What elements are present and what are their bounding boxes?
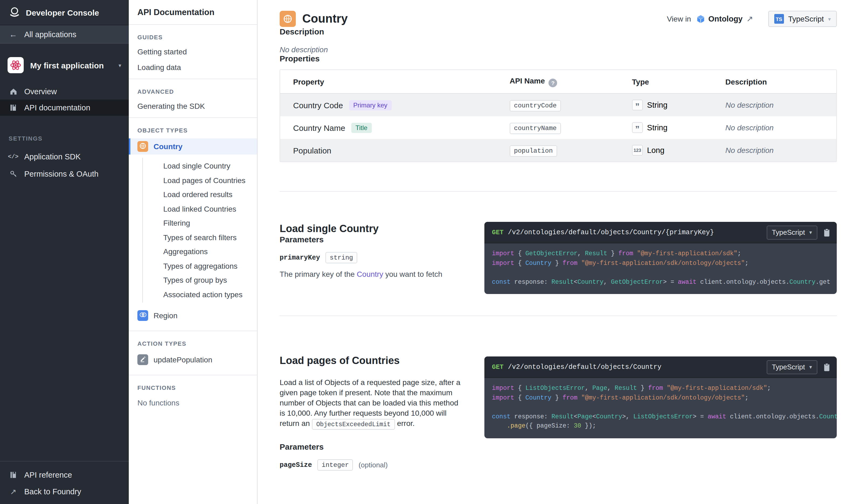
- doc-nav-sub-load-ordered-results[interactable]: Load ordered results: [163, 187, 257, 202]
- http-method-label: GET: [492, 363, 504, 371]
- footer-item-label: Back to Foundry: [24, 487, 81, 496]
- doc-nav-link-getting-started[interactable]: Getting started: [129, 47, 257, 56]
- settings-item-permissions-oauth[interactable]: Permissions & OAuth: [0, 165, 129, 183]
- endpoint-path: /v2/ontologies/default/objects/Country: [508, 363, 661, 371]
- chevron-down-icon: ▾: [809, 229, 812, 235]
- description-heading: Description: [279, 27, 837, 36]
- type-label: String: [647, 101, 668, 109]
- parameter-name: pageSize: [279, 461, 312, 469]
- doc-nav-sections: GUIDESGetting startedLoading dataADVANCE…: [129, 34, 257, 414]
- column-header-api-name: API Name?: [504, 70, 627, 94]
- developer-console-logo-icon: [9, 6, 20, 19]
- external-icon: ↗: [9, 487, 18, 496]
- doc-nav-link-loading-data[interactable]: Loading data: [129, 63, 257, 72]
- sidebar-item-api-documentation[interactable]: API documentation: [0, 100, 129, 116]
- type-cell: 123Long: [632, 139, 715, 162]
- code-block-header: GET/v2/ontologies/default/objects/Countr…: [484, 222, 837, 243]
- doc-nav-sub-load-linked-countries[interactable]: Load linked Countries: [163, 202, 257, 216]
- type-label: String: [647, 123, 668, 132]
- http-method-label: GET: [492, 228, 504, 236]
- doc-nav-sub-aggregations[interactable]: Aggregations: [163, 244, 257, 259]
- api-name-cell: countryCode: [504, 94, 627, 116]
- column-header-label: Description: [725, 77, 767, 86]
- doc-nav-sub-filtering[interactable]: Filtering: [163, 216, 257, 230]
- help-icon[interactable]: ?: [549, 78, 557, 87]
- code-language-label: TypeScript: [772, 228, 805, 236]
- doc-nav-section-object-types: OBJECT TYPESCountryLoad single CountryLo…: [129, 127, 257, 331]
- doc-nav-sub-types-of-search-filters[interactable]: Types of search filters: [163, 230, 257, 244]
- settings-item-application-sdk[interactable]: </>Application SDK: [0, 148, 129, 165]
- code-icon: </>: [9, 153, 18, 160]
- doc-nav-sub-load-pages-of-countries[interactable]: Load pages of Countries: [163, 173, 257, 187]
- doc-nav-section-advanced: ADVANCEDGenerating the SDK: [129, 88, 257, 118]
- footer-item-api-reference[interactable]: API reference: [0, 466, 129, 483]
- chevron-down-icon: ▾: [828, 16, 831, 22]
- copy-code-button[interactable]: [823, 363, 830, 371]
- section-code-column: GET/v2/ontologies/default/objects/Countr…: [484, 316, 837, 471]
- all-applications-link[interactable]: ← All applications: [0, 25, 129, 44]
- doc-nav-sub-types-of-group-bys[interactable]: Types of group bys: [163, 273, 257, 287]
- property-name: Country Name: [293, 123, 345, 132]
- code-language-select[interactable]: TypeScript▾: [766, 360, 817, 374]
- code-line: import { Country } from "@my-first-appli…: [492, 258, 837, 268]
- section-heading: Load pages of Countries: [279, 355, 463, 367]
- copy-code-button[interactable]: [823, 228, 830, 237]
- parameter-description-text-after: you want to fetch: [383, 270, 442, 278]
- api-name-chip: countryCode: [510, 100, 561, 111]
- table-row: Populationpopulation123LongNo descriptio…: [280, 139, 836, 162]
- column-header-label: API Name: [510, 76, 545, 85]
- column-header-type: Type: [627, 70, 720, 94]
- doc-nav-sidebar: API Documentation GUIDESGetting startedL…: [129, 0, 258, 504]
- type-cell-td: ”String: [627, 116, 720, 139]
- object-label: updatePopulation: [153, 355, 212, 364]
- type-cell-td: ”String: [627, 94, 720, 116]
- section-text-column: Load pages of CountriesLoad a list of Ob…: [279, 316, 463, 471]
- typescript-logo-icon: TS: [774, 14, 784, 24]
- property-cell: Country CodePrimary key: [280, 94, 504, 116]
- code-language-select[interactable]: TypeScript▾: [766, 225, 817, 239]
- chevron-down-icon[interactable]: ▾: [119, 62, 121, 68]
- book-icon: [9, 470, 18, 479]
- doc-nav-section-action-types: ACTION TYPESupdatePopulation: [129, 340, 257, 375]
- section-intro: Load a list of Objects of a requested pa…: [279, 377, 463, 429]
- number-type-icon: 123: [632, 145, 643, 156]
- app-header: Developer Console: [0, 0, 129, 25]
- view-in-label: View in: [667, 15, 691, 23]
- column-header-label: Type: [632, 77, 649, 86]
- main-content: Country View in Ontology ↗ TS TypeScript…: [258, 0, 861, 504]
- footer-item-back-to-foundry[interactable]: ↗Back to Foundry: [0, 483, 129, 500]
- type-cell: ”String: [632, 116, 715, 139]
- property-cell: Country NameTitle: [280, 116, 504, 139]
- view-in-ontology-link[interactable]: View in Ontology ↗: [667, 14, 753, 24]
- parameter-row: primaryKeystring: [279, 252, 463, 263]
- table-row: Country NameTitlecountryName”StringNo de…: [280, 116, 836, 139]
- error-code-chip: ObjectsExceededLimit: [312, 419, 395, 430]
- application-switcher[interactable]: My first application ▾: [0, 53, 129, 77]
- object-label: Region: [153, 311, 178, 320]
- sidebar-item-label: Overview: [24, 87, 57, 96]
- doc-nav-sub-load-single-country[interactable]: Load single Country: [163, 159, 257, 173]
- doc-nav-link-generating-the-sdk[interactable]: Generating the SDK: [129, 102, 257, 110]
- doc-nav-object-updatepopulation[interactable]: updatePopulation: [129, 352, 257, 368]
- language-select-button[interactable]: TS TypeScript ▾: [768, 11, 837, 27]
- sidebar-item-overview[interactable]: Overview: [0, 83, 129, 100]
- footer-item-label: API reference: [24, 470, 72, 479]
- doc-nav-object-region[interactable]: Region: [129, 307, 257, 324]
- section-code-column: GET/v2/ontologies/default/objects/Countr…: [484, 192, 837, 294]
- doc-nav-sub-associated-action-types[interactable]: Associated action types: [163, 287, 257, 302]
- settings-item-label: Permissions & OAuth: [24, 170, 99, 178]
- column-header-property: Property: [280, 70, 504, 94]
- book-icon: [9, 103, 18, 112]
- all-applications-label: All applications: [24, 30, 76, 39]
- doc-nav-object-country[interactable]: Country: [129, 138, 257, 155]
- api-name-chip: population: [510, 145, 557, 157]
- api-name-cell: population: [504, 139, 627, 162]
- doc-nav-empty-label: No functions: [129, 398, 257, 407]
- code-line: [492, 268, 837, 277]
- doc-nav-sub-types-of-aggregations[interactable]: Types of aggregations: [163, 259, 257, 273]
- code-line: import { Country } from "@my-first-appli…: [492, 393, 837, 402]
- doc-nav-section-header: OBJECT TYPES: [137, 127, 248, 134]
- table-row: Country CodePrimary keycountryCode”Strin…: [280, 94, 836, 116]
- country-link[interactable]: Country: [357, 270, 383, 278]
- endpoint-section-1: Load single CountryParametersprimaryKeys…: [279, 192, 837, 294]
